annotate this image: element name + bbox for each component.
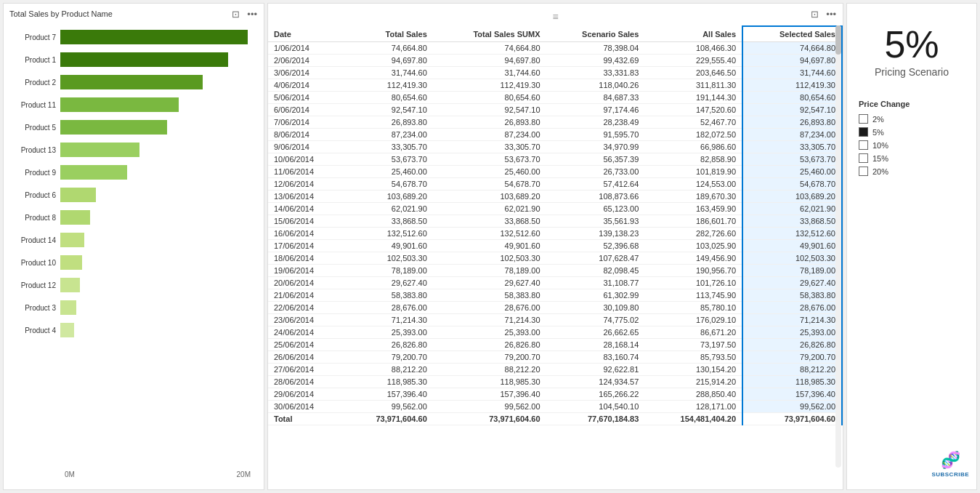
bar	[60, 143, 139, 157]
table-row[interactable]: 10/06/201453,673.7053,673.7056,357.3982,…	[268, 153, 842, 166]
table-row[interactable]: 26/06/201479,200.7079,200.7083,160.7485,…	[268, 351, 842, 364]
bar-row[interactable]: Product 13	[9, 140, 258, 160]
subscribe-label: SUBSCRIBE	[931, 471, 969, 478]
bar-row[interactable]: Product 12	[9, 275, 258, 295]
checkbox-2%[interactable]	[859, 114, 868, 124]
bar-row[interactable]: Product 6	[9, 185, 258, 205]
table-header-total-sales-sumx: Total Sales SUMX	[433, 26, 546, 42]
table-cell: 94,697.80	[342, 55, 432, 67]
table-row[interactable]: 15/06/201433,868.5033,868.5035,561.93186…	[268, 215, 842, 228]
checkbox-10%[interactable]	[859, 140, 868, 150]
table-cell: 66,986.60	[644, 141, 742, 153]
checkbox-5%[interactable]	[859, 127, 868, 137]
table-cell: 71,214.30	[742, 314, 842, 326]
table-row[interactable]: 25/06/201426,826.8026,826.8028,168.1473,…	[268, 339, 842, 351]
table-row[interactable]: 1/06/201474,664.8074,664.8078,398.04108,…	[268, 42, 842, 55]
bar-row[interactable]: Product 5	[9, 117, 258, 137]
bar-row[interactable]: Product 1	[9, 49, 258, 70]
table-footer-cell: 73,971,604.60	[433, 413, 546, 425]
table-row[interactable]: 12/06/201454,678.7054,678.7057,412.64124…	[268, 178, 842, 191]
table-cell: 26/06/2014	[268, 351, 342, 364]
bar-row[interactable]: Product 3	[9, 297, 258, 318]
table-cell: 103,689.20	[342, 191, 432, 203]
bar-container	[60, 188, 258, 202]
table-row[interactable]: 24/06/201425,393.0025,393.0026,662.6586,…	[268, 326, 842, 339]
table-cell: 24/06/2014	[268, 326, 342, 339]
table-cell: 26,826.80	[433, 339, 546, 351]
table-row[interactable]: 11/06/201425,460.0025,460.0026,733.00101…	[268, 166, 842, 178]
table-row[interactable]: 30/06/201499,562.0099,562.00104,540.1012…	[268, 401, 842, 413]
table-row[interactable]: 23/06/201471,214.3071,214.3074,775.02176…	[268, 314, 842, 326]
table-more-button[interactable]: •••	[824, 8, 838, 20]
table-cell: 33,868.50	[742, 215, 842, 228]
bar-label: Product 7	[9, 33, 60, 41]
table-cell: 61,302.99	[546, 289, 645, 302]
checkbox-15%[interactable]	[859, 153, 868, 163]
expand-button[interactable]: ⊡	[230, 8, 242, 20]
checkbox-label-20%: 20%	[872, 167, 888, 176]
table-cell: 182,072.50	[644, 129, 742, 141]
bar-row[interactable]: Product 4	[9, 320, 258, 340]
scenario-label: Pricing Scenario	[875, 66, 949, 78]
table-row[interactable]: 9/06/201433,305.7033,305.7034,970.9966,9…	[268, 141, 842, 153]
scrollbar-track[interactable]	[835, 25, 841, 468]
table-cell: 18/06/2014	[268, 252, 342, 265]
table-row[interactable]: 2/06/201494,697.8094,697.8099,432.69229,…	[268, 55, 842, 67]
table-row[interactable]: 6/06/201492,547.1092,547.1097,174.46147,…	[268, 104, 842, 116]
bar-row[interactable]: Product 11	[9, 95, 258, 115]
bar-row[interactable]: Product 2	[9, 72, 258, 92]
table-row[interactable]: 28/06/2014118,985.30118,985.30124,934.57…	[268, 376, 842, 388]
price-option-row[interactable]: 20%	[859, 167, 965, 176]
table-row[interactable]: 29/06/2014157,396.40157,396.40165,266.22…	[268, 388, 842, 401]
table-cell: 21/06/2014	[268, 289, 342, 302]
table-scroll-container[interactable]: DateTotal SalesTotal Sales SUMXScenario …	[268, 4, 843, 469]
table-cell: 56,357.39	[546, 153, 645, 166]
table-cell: 26,733.00	[546, 166, 645, 178]
more-options-button[interactable]: •••	[245, 8, 259, 20]
table-row[interactable]: 8/06/201487,234.0087,234.0091,595.70182,…	[268, 129, 842, 141]
scrollbar-thumb[interactable]	[835, 25, 841, 55]
table-cell: 14/06/2014	[268, 203, 342, 215]
bar-row[interactable]: Product 8	[9, 207, 258, 228]
bar-row[interactable]: Product 9	[9, 162, 258, 183]
price-option-row[interactable]: 5%	[859, 127, 965, 137]
table-footer-cell: Total	[268, 413, 342, 425]
table-cell: 15/06/2014	[268, 215, 342, 228]
table-row[interactable]: 7/06/201426,893.8026,893.8028,238.4952,4…	[268, 116, 842, 129]
price-option-row[interactable]: 15%	[859, 153, 965, 163]
table-row[interactable]: 21/06/201458,383.8058,383.8061,302.99113…	[268, 289, 842, 302]
table-cell: 118,985.30	[742, 376, 842, 388]
bar-row[interactable]: Product 10	[9, 252, 258, 273]
table-cell: 92,622.81	[546, 364, 645, 376]
table-row[interactable]: 13/06/2014103,689.20103,689.20108,873.66…	[268, 191, 842, 203]
bar-container	[60, 210, 258, 225]
table-expand-button[interactable]: ⊡	[809, 8, 821, 20]
table-row[interactable]: 5/06/201480,654.6080,654.6084,687.33191,…	[268, 92, 842, 104]
table-row[interactable]: 3/06/201431,744.6031,744.6033,331.83203,…	[268, 67, 842, 79]
table-row[interactable]: 20/06/201429,627.4029,627.4031,108.77101…	[268, 277, 842, 289]
bar-row[interactable]: Product 14	[9, 230, 258, 250]
bar-row[interactable]: Product 7	[9, 27, 258, 47]
table-row[interactable]: 27/06/201488,212.2088,212.2092,622.81130…	[268, 364, 842, 376]
table-row[interactable]: 19/06/201478,189.0078,189.0082,098.45190…	[268, 265, 842, 277]
table-row[interactable]: 16/06/2014132,512.60132,512.60139,138.23…	[268, 228, 842, 240]
price-option-row[interactable]: 10%	[859, 140, 965, 150]
table-cell: 87,234.00	[742, 129, 842, 141]
table-row[interactable]: 4/06/2014112,419.30112,419.30118,040.263…	[268, 79, 842, 92]
table-row[interactable]: 18/06/2014102,503.30102,503.30107,628.47…	[268, 252, 842, 265]
table-cell: 118,985.30	[433, 376, 546, 388]
checkbox-20%[interactable]	[859, 167, 868, 176]
table-cell: 29/06/2014	[268, 388, 342, 401]
table-row[interactable]: 14/06/201462,021.9062,021.9065,123.00163…	[268, 203, 842, 215]
table-cell: 27/06/2014	[268, 364, 342, 376]
dna-icon: 🧬	[941, 451, 960, 470]
table-row[interactable]: 22/06/201428,676.0028,676.0030,109.8085,…	[268, 302, 842, 314]
subscribe-section[interactable]: 🧬 SUBSCRIBE	[931, 451, 969, 478]
table-cell: 99,562.00	[342, 401, 432, 413]
bar-label: Product 11	[9, 101, 60, 109]
price-option-row[interactable]: 2%	[859, 114, 965, 124]
table-cell: 88,212.20	[433, 364, 546, 376]
checkbox-label-15%: 15%	[872, 154, 888, 163]
table-cell: 28,168.14	[546, 339, 645, 351]
table-row[interactable]: 17/06/201449,901.6049,901.6052,396.68103…	[268, 240, 842, 252]
